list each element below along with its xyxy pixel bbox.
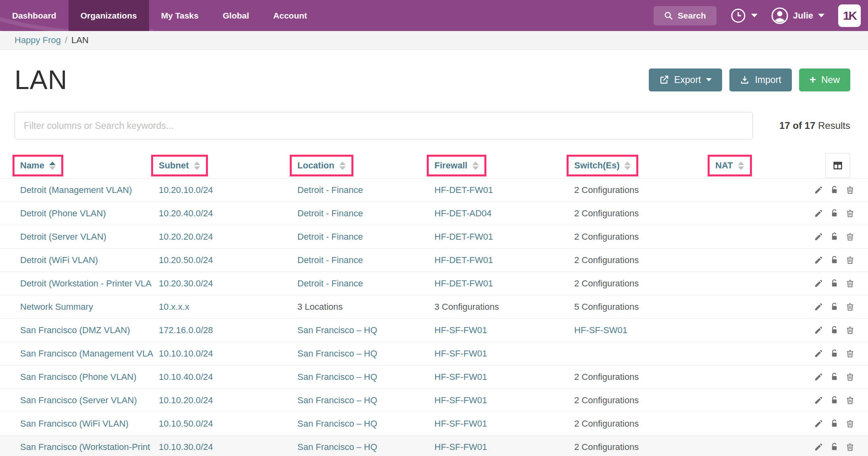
table-row[interactable]: Detroit (Server VLAN) 10.20.20.0/24 Detr… xyxy=(0,225,868,249)
delete-icon[interactable] xyxy=(845,209,855,218)
unlock-icon[interactable] xyxy=(830,255,839,265)
cell-subnet[interactable]: 10.20.20.0/24 xyxy=(159,232,297,242)
cell-location[interactable]: San Francisco – HQ xyxy=(297,395,434,406)
cell-location[interactable]: San Francisco – HQ xyxy=(297,419,434,429)
unlock-icon[interactable] xyxy=(830,302,839,311)
cell-subnet[interactable]: 10.10.40.0/24 xyxy=(159,372,297,382)
delete-icon[interactable] xyxy=(845,396,855,405)
cell-firewall[interactable]: HF-DET-AD04 xyxy=(434,208,574,219)
table-row[interactable]: Detroit (Workstation - Printer VLA 10.20… xyxy=(0,272,868,295)
global-search-button[interactable]: Search xyxy=(654,6,716,25)
delete-icon[interactable] xyxy=(845,349,855,358)
cell-location[interactable]: Detroit - Finance xyxy=(297,255,434,265)
cell-firewall[interactable]: HF-DET-FW01 xyxy=(434,278,574,289)
cell-location[interactable]: Detroit - Finance xyxy=(297,185,434,195)
table-row[interactable]: San Francisco (Management VLA 10.10.10.0… xyxy=(0,342,868,365)
edit-icon[interactable] xyxy=(814,419,823,428)
table-row[interactable]: San Francisco (Phone VLAN) 10.10.40.0/24… xyxy=(0,365,868,389)
cell-name[interactable]: San Francisco (WiFi VLAN) xyxy=(20,419,159,429)
filter-search-input[interactable] xyxy=(15,112,753,139)
edit-icon[interactable] xyxy=(814,302,823,311)
edit-icon[interactable] xyxy=(814,325,823,335)
cell-firewall[interactable]: HF-SF-FW01 xyxy=(434,325,574,336)
cell-switches[interactable]: 2 Configurations xyxy=(574,208,715,219)
cell-location[interactable]: San Francisco – HQ xyxy=(297,348,434,359)
table-row[interactable]: Detroit (Phone VLAN) 10.20.40.0/24 Detro… xyxy=(0,202,868,225)
cell-switches[interactable]: HF-SF-SW01 xyxy=(574,325,715,336)
column-header-location[interactable]: Location xyxy=(290,155,353,176)
delete-icon[interactable] xyxy=(845,419,855,428)
unlock-icon[interactable] xyxy=(830,372,839,381)
column-header-switches[interactable]: Switch(Es) xyxy=(567,155,638,176)
column-header-nat[interactable]: NAT xyxy=(708,155,752,176)
cell-firewall[interactable]: HF-SF-FW01 xyxy=(434,442,574,452)
cell-firewall[interactable]: HF-DET-FW01 xyxy=(434,185,574,195)
cell-name[interactable]: Detroit (Workstation - Printer VLA xyxy=(20,278,159,289)
cell-location[interactable]: 3 Locations xyxy=(297,302,434,312)
table-row[interactable]: San Francisco (Server VLAN) 10.10.20.0/2… xyxy=(0,389,868,412)
cell-name[interactable]: Detroit (Phone VLAN) xyxy=(20,208,159,219)
unlock-icon[interactable] xyxy=(830,325,839,335)
cell-name[interactable]: San Francisco (DMZ VLAN) xyxy=(20,325,159,336)
unlock-icon[interactable] xyxy=(830,209,839,218)
cell-subnet[interactable]: 10.10.50.0/24 xyxy=(159,419,297,429)
kaseya-logo[interactable]: 1K xyxy=(838,4,861,27)
edit-icon[interactable] xyxy=(814,279,823,288)
cell-name[interactable]: Detroit (Management VLAN) xyxy=(20,185,159,195)
cell-firewall[interactable]: HF-SF-FW01 xyxy=(434,348,574,359)
cell-name[interactable]: Detroit (WiFi VLAN) xyxy=(20,255,159,265)
cell-switches[interactable]: 2 Configurations xyxy=(574,232,715,242)
column-header-subnet[interactable]: Subnet xyxy=(151,155,208,176)
edit-icon[interactable] xyxy=(814,372,823,381)
delete-icon[interactable] xyxy=(845,232,855,241)
cell-location[interactable]: San Francisco – HQ xyxy=(297,325,434,336)
cell-name[interactable]: San Francisco (Workstation-Print xyxy=(20,442,159,452)
delete-icon[interactable] xyxy=(845,372,855,381)
cell-firewall[interactable]: HF-DET-FW01 xyxy=(434,232,574,242)
cell-firewall[interactable]: 3 Configurations xyxy=(434,302,574,312)
cell-name[interactable]: San Francisco (Management VLA xyxy=(20,348,159,359)
column-header-name[interactable]: Name xyxy=(12,155,63,176)
table-row[interactable]: Detroit (WiFi VLAN) 10.20.50.0/24 Detroi… xyxy=(0,249,868,272)
unlock-icon[interactable] xyxy=(830,185,839,195)
cell-name[interactable]: San Francisco (Phone VLAN) xyxy=(20,372,159,382)
cell-subnet[interactable]: 10.20.10.0/24 xyxy=(159,185,297,195)
cell-name[interactable]: Detroit (Server VLAN) xyxy=(20,232,159,242)
edit-icon[interactable] xyxy=(814,396,823,405)
cell-subnet[interactable]: 10.10.10.0/24 xyxy=(159,348,297,359)
unlock-icon[interactable] xyxy=(830,232,839,241)
cell-location[interactable]: Detroit - Finance xyxy=(297,278,434,289)
cell-firewall[interactable]: HF-DET-FW01 xyxy=(434,255,574,265)
cell-switches[interactable]: 2 Configurations xyxy=(574,419,715,429)
cell-switches[interactable]: 2 Configurations xyxy=(574,395,715,406)
edit-icon[interactable] xyxy=(814,209,823,218)
edit-icon[interactable] xyxy=(814,442,823,452)
cell-switches[interactable]: 2 Configurations xyxy=(574,372,715,382)
cell-switches[interactable]: 2 Configurations xyxy=(574,278,715,289)
edit-icon[interactable] xyxy=(814,349,823,358)
nav-item-global[interactable]: Global xyxy=(211,0,261,31)
cell-subnet[interactable]: 10.x.x.x xyxy=(159,302,297,312)
edit-icon[interactable] xyxy=(814,255,823,265)
export-button[interactable]: Export xyxy=(649,68,722,91)
table-row[interactable]: San Francisco (DMZ VLAN) 172.16.0.0/28 S… xyxy=(0,319,868,342)
cell-subnet[interactable]: 10.20.40.0/24 xyxy=(159,208,297,219)
delete-icon[interactable] xyxy=(845,325,855,335)
unlock-icon[interactable] xyxy=(830,419,839,428)
table-row[interactable]: Network Summary 10.x.x.x 3 Locations 3 C… xyxy=(0,295,868,319)
unlock-icon[interactable] xyxy=(830,349,839,358)
table-row[interactable]: Detroit (Management VLAN) 10.20.10.0/24 … xyxy=(0,178,868,202)
cell-location[interactable]: Detroit - Finance xyxy=(297,232,434,242)
cell-subnet[interactable]: 10.10.30.0/24 xyxy=(159,442,297,452)
cell-subnet[interactable]: 10.20.50.0/24 xyxy=(159,255,297,265)
cell-switches[interactable]: 2 Configurations xyxy=(574,442,715,452)
delete-icon[interactable] xyxy=(845,302,855,311)
cell-subnet[interactable]: 10.20.30.0/24 xyxy=(159,278,297,289)
unlock-icon[interactable] xyxy=(830,279,839,288)
cell-subnet[interactable]: 10.10.20.0/24 xyxy=(159,395,297,406)
delete-icon[interactable] xyxy=(845,255,855,265)
cell-subnet[interactable]: 172.16.0.0/28 xyxy=(159,325,297,336)
cell-location[interactable]: San Francisco – HQ xyxy=(297,442,434,452)
cell-name[interactable]: San Francisco (Server VLAN) xyxy=(20,395,159,406)
cell-switches[interactable]: 2 Configurations xyxy=(574,185,715,195)
